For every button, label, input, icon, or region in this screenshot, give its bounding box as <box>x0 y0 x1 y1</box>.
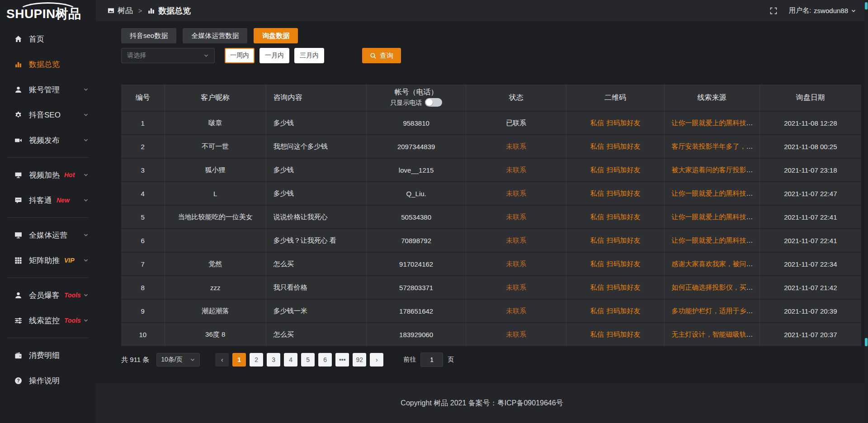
cell-account: Q_Liu. <box>367 182 466 206</box>
cell-qrcode: 私信扫码加好友 <box>566 135 664 159</box>
chevron-down-icon <box>83 232 89 238</box>
scrollbar-thumb[interactable] <box>865 2 868 9</box>
table-row: 4L多少钱Q_Liu.未联系私信扫码加好友让你一眼就爱上的黑科技，能...202… <box>121 182 861 206</box>
cell-status: 未联系 <box>466 229 567 253</box>
member-icon <box>14 291 23 299</box>
cell-account: 572803371 <box>367 276 466 300</box>
range-one-week-button[interactable]: 一周内 <box>225 48 255 63</box>
page-button-2[interactable]: 2 <box>250 353 263 367</box>
private-message-link[interactable]: 私信 <box>590 283 604 291</box>
filter-bar: 请选择 一周内 一月内 三月内 查询 <box>121 48 861 63</box>
sidebar-item-douketong[interactable]: 抖客通New <box>0 188 96 213</box>
scrollbar[interactable] <box>864 0 868 423</box>
sidebar-item-label: 数据总览 <box>29 59 60 70</box>
sidebar-item-media-operation[interactable]: 全媒体运营 <box>0 222 96 248</box>
private-message-link[interactable]: 私信 <box>590 213 604 221</box>
scrollbar-thumb[interactable] <box>865 338 868 346</box>
account-select[interactable]: 请选择 <box>121 48 215 63</box>
sidebar-item-matrix-boost[interactable]: 矩阵助推VIP <box>0 248 96 273</box>
private-message-link[interactable]: 私信 <box>590 330 604 338</box>
page-button-5[interactable]: 5 <box>301 353 315 367</box>
source-link[interactable]: 多功能护栏灯，适用于乡村文... <box>672 307 760 315</box>
sidebar-item-video-heat[interactable]: 视频加热Hot <box>0 162 96 188</box>
scan-add-friend-link[interactable]: 扫码加好友 <box>606 213 640 221</box>
page-size-select[interactable]: 10条/页 <box>156 353 200 367</box>
source-link[interactable]: 感谢大家喜欢我家，被问了好... <box>672 260 760 268</box>
source-link[interactable]: 无主灯设计，智能磁吸轨道灯... <box>672 330 760 338</box>
private-message-link[interactable]: 私信 <box>590 189 604 197</box>
tab-douyin-seo-data[interactable]: 抖音seo数据 <box>121 28 176 43</box>
page-button-4[interactable]: 4 <box>284 353 297 367</box>
cell-no: 7 <box>121 253 165 276</box>
source-link[interactable]: 客厅安装投影半年多了，真实... <box>672 142 760 150</box>
cell-content: 说说价格让我死心 <box>266 206 367 229</box>
user-menu[interactable]: 用户名: zswodun88 <box>789 6 856 15</box>
page-button-92[interactable]: 92 <box>353 353 366 367</box>
page-button-1[interactable]: 1 <box>232 353 246 367</box>
sidebar-item-label: 抖音SEO <box>29 110 61 120</box>
sidebar-item-douyin-seo[interactable]: 抖音SEO <box>0 102 96 127</box>
page-button-6[interactable]: 6 <box>318 353 332 367</box>
sidebar-item-clue-monitor[interactable]: 线索监控Tools <box>0 308 96 333</box>
table-row: 1啵章多少钱9583810已联系私信扫码加好友让你一眼就爱上的黑科技，能...2… <box>121 112 861 135</box>
sidebar-divider <box>7 277 89 278</box>
cell-status: 未联系 <box>466 276 567 300</box>
next-page-button[interactable]: › <box>370 353 383 367</box>
page-button-•••[interactable]: ••• <box>335 353 349 367</box>
scan-add-friend-link[interactable]: 扫码加好友 <box>606 236 640 244</box>
phone-only-toggle[interactable] <box>425 98 442 107</box>
private-message-link[interactable]: 私信 <box>590 119 604 127</box>
goto-page: 前往 页 <box>403 352 454 367</box>
sidebar-item-operation-guide[interactable]: ?操作说明 <box>0 368 96 393</box>
scan-add-friend-link[interactable]: 扫码加好友 <box>606 307 640 315</box>
cell-account: 70898792 <box>367 229 466 253</box>
scan-add-friend-link[interactable]: 扫码加好友 <box>606 142 640 150</box>
sidebar-item-account-management[interactable]: 账号管理 <box>0 77 96 102</box>
goto-page-input[interactable] <box>420 352 443 367</box>
cell-content: 多少钱一米 <box>266 300 367 323</box>
select-placeholder: 请选择 <box>127 52 146 60</box>
prev-page-button[interactable]: ‹ <box>215 353 229 367</box>
breadcrumb-item-home[interactable]: 树品 <box>108 5 133 16</box>
tab-media-operation-data[interactable]: 全媒体运营数据 <box>183 28 247 43</box>
scan-add-friend-link[interactable]: 扫码加好友 <box>606 166 640 174</box>
source-link[interactable]: 让你一眼就爱上的黑科技，能... <box>672 119 760 127</box>
source-link[interactable]: 如何正确选择投影仪，买投影... <box>672 283 760 291</box>
inquiry-table: 编号 客户昵称 咨询内容 帐号（电话） 只显示电话 <box>121 85 861 347</box>
private-message-link[interactable]: 私信 <box>590 166 604 174</box>
breadcrumb-separator: > <box>138 7 142 14</box>
private-message-link[interactable]: 私信 <box>590 260 604 268</box>
fullscreen-icon[interactable] <box>770 7 777 14</box>
tab-inquiry-data[interactable]: 询盘数据 <box>254 28 298 43</box>
user-icon <box>14 86 23 94</box>
sidebar-item-video-publish[interactable]: 视频发布 <box>0 127 96 153</box>
svg-text:?: ? <box>17 378 19 383</box>
sidebar-item-label: 消费明细 <box>29 350 60 361</box>
sidebar-item-data-overview[interactable]: 数据总览 <box>0 52 96 77</box>
sidebar-item-home[interactable]: 首页 <box>0 26 96 52</box>
scan-add-friend-link[interactable]: 扫码加好友 <box>606 119 640 127</box>
scan-add-friend-link[interactable]: 扫码加好友 <box>606 283 640 291</box>
range-three-months-button[interactable]: 三月内 <box>294 48 324 63</box>
private-message-link[interactable]: 私信 <box>590 236 604 244</box>
breadcrumb-item-current[interactable]: 数据总览 <box>147 5 191 16</box>
page-button-3[interactable]: 3 <box>267 353 280 367</box>
table-row: 1036度 8怎么买183929060未联系私信扫码加好友无主灯设计，智能磁吸轨… <box>121 323 861 347</box>
sidebar-item-label: 线索监控 <box>29 315 60 326</box>
range-one-month-button[interactable]: 一月内 <box>259 48 289 63</box>
source-link[interactable]: 让你一眼就爱上的黑科技，能... <box>672 213 760 221</box>
private-message-link[interactable]: 私信 <box>590 142 604 150</box>
private-message-link[interactable]: 私信 <box>590 307 604 315</box>
source-link[interactable]: 被大家追着问的客厅投影分享... <box>672 166 760 174</box>
data-tabs: 抖音seo数据 全媒体运营数据 询盘数据 <box>121 28 861 43</box>
sidebar-item-consume-detail[interactable]: 消费明细 <box>0 343 96 368</box>
source-link[interactable]: 让你一眼就爱上的黑科技，能... <box>672 189 760 197</box>
query-button[interactable]: 查询 <box>362 48 401 63</box>
sidebar-item-badge: New <box>57 197 70 204</box>
table-header-row: 编号 客户昵称 咨询内容 帐号（电话） 只显示电话 <box>121 85 861 112</box>
scan-add-friend-link[interactable]: 扫码加好友 <box>606 260 640 268</box>
source-link[interactable]: 让你一眼就爱上的黑科技，能... <box>672 236 760 244</box>
scan-add-friend-link[interactable]: 扫码加好友 <box>606 189 640 197</box>
sidebar-item-member-baoke[interactable]: 会员爆客Tools <box>0 282 96 308</box>
scan-add-friend-link[interactable]: 扫码加好友 <box>606 330 640 338</box>
